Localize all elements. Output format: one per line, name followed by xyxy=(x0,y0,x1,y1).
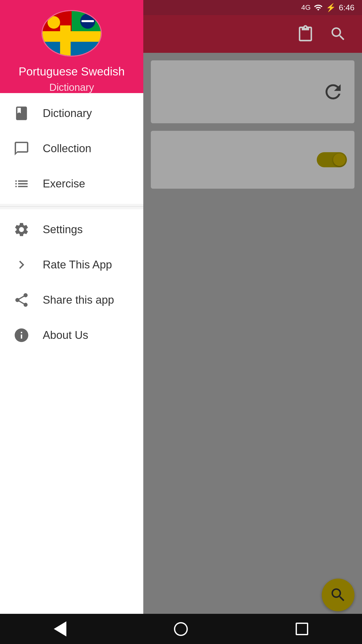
exercise-label: Exercise xyxy=(43,177,85,190)
menu-item-dictionary[interactable]: Dictionary xyxy=(0,96,143,131)
swedish-cross-vertical xyxy=(60,25,71,56)
collection-icon xyxy=(13,140,30,157)
collection-label: Collection xyxy=(43,142,91,155)
drawer-header: Portuguese Swedish Dictionary xyxy=(0,0,143,93)
portugal-dot xyxy=(48,16,60,29)
settings-icon xyxy=(13,221,30,238)
back-button[interactable] xyxy=(54,621,66,636)
dictionary-icon xyxy=(13,104,30,122)
share-icon xyxy=(13,291,30,309)
rate-icon xyxy=(13,256,30,273)
menu-item-share[interactable]: Share this app xyxy=(0,282,143,317)
drawer-menu: Dictionary Collection Exercise xyxy=(0,93,143,644)
about-icon xyxy=(13,326,30,344)
brazil-flag-section xyxy=(72,11,101,33)
home-button[interactable] xyxy=(174,622,188,636)
brazil-circle xyxy=(80,14,95,29)
menu-section-secondary: Settings Rate This App Share this xyxy=(0,209,143,644)
status-bar: 4G ⚡ 6:46 xyxy=(143,0,362,15)
navigation-drawer: Portuguese Swedish Dictionary Dictionary xyxy=(0,0,143,644)
menu-item-settings[interactable]: Settings xyxy=(0,212,143,247)
home-icon xyxy=(174,622,188,636)
signal-icon xyxy=(314,3,323,12)
search-icon[interactable] xyxy=(329,25,347,43)
back-icon xyxy=(54,621,66,636)
status-icons: 4G ⚡ 6:46 xyxy=(301,3,354,12)
recents-button[interactable] xyxy=(296,623,308,635)
app-title-line1: Portuguese Swedish xyxy=(19,64,125,79)
app-logo xyxy=(41,10,102,57)
menu-item-exercise[interactable]: Exercise xyxy=(0,166,143,201)
share-label: Share this app xyxy=(43,294,114,306)
about-label: About Us xyxy=(43,329,88,341)
clipboard-icon[interactable] xyxy=(297,25,314,43)
menu-divider xyxy=(0,206,143,207)
settings-label: Settings xyxy=(43,223,83,236)
exercise-icon xyxy=(13,175,30,192)
recents-icon xyxy=(296,623,308,635)
app-title-line2: Dictionary xyxy=(49,82,94,93)
network-icon: 4G xyxy=(301,4,310,12)
swedish-cross-horizontal xyxy=(42,31,101,42)
brazil-stripe xyxy=(81,20,94,22)
top-action-bar xyxy=(143,15,362,53)
dictionary-label: Dictionary xyxy=(43,107,92,119)
menu-item-about[interactable]: About Us xyxy=(0,317,143,353)
rate-label: Rate This App xyxy=(43,258,112,271)
menu-item-collection[interactable]: Collection xyxy=(0,131,143,166)
bottom-nav-bar xyxy=(0,614,362,644)
time-display: 6:46 xyxy=(339,3,354,12)
battery-icon: ⚡ xyxy=(326,3,336,12)
menu-section-main: Dictionary Collection Exercise xyxy=(0,93,143,204)
menu-item-rate[interactable]: Rate This App xyxy=(0,247,143,282)
